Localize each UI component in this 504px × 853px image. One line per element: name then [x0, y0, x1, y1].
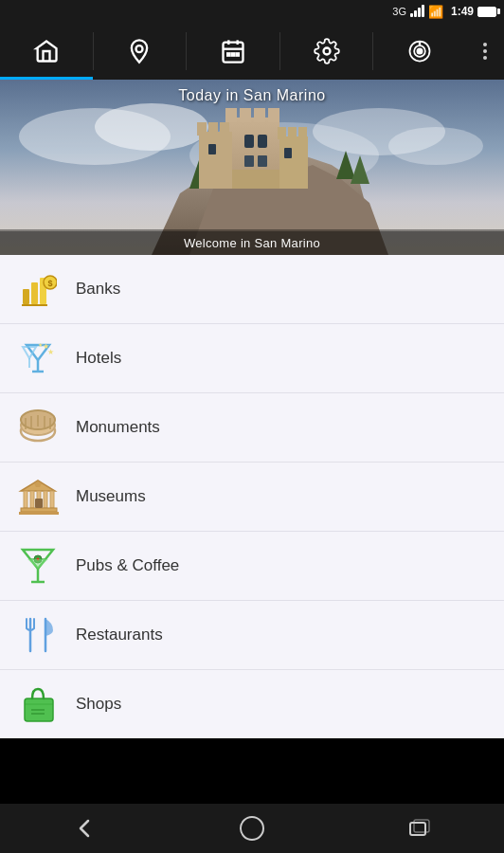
nav-calendar[interactable] — [187, 23, 279, 80]
nav-home[interactable] — [0, 23, 93, 80]
menu-item-museums[interactable]: Museums — [0, 463, 504, 532]
svg-rect-49 — [22, 304, 47, 306]
calendar-icon — [220, 38, 246, 64]
museums-label: Museums — [76, 487, 146, 506]
monuments-icon — [15, 405, 61, 450]
hero-subtitle: Welcome in San Marino — [0, 231, 504, 255]
hotels-icon: ★ ★ ★ — [15, 336, 61, 381]
restaurants-icon — [15, 612, 61, 658]
signal-bars-icon — [410, 6, 424, 17]
recent-apps-icon — [406, 815, 433, 842]
location-pin-icon — [126, 38, 153, 64]
overflow-dot — [483, 49, 487, 53]
svg-rect-44 — [232, 170, 279, 189]
menu-item-restaurants[interactable]: Restaurants — [0, 601, 504, 670]
back-button[interactable] — [56, 809, 113, 847]
restaurants-label: Restaurants — [76, 626, 163, 644]
castle-illustration — [0, 80, 504, 255]
recent-apps-button[interactable] — [391, 809, 448, 847]
svg-rect-27 — [240, 108, 251, 122]
svg-point-17 — [388, 127, 483, 165]
signal-text: 3G — [392, 6, 406, 17]
shops-label: Shops — [76, 695, 121, 714]
home-icon — [33, 38, 60, 64]
svg-rect-38 — [244, 135, 254, 148]
svg-rect-73 — [44, 491, 47, 508]
svg-rect-32 — [208, 122, 218, 136]
svg-rect-35 — [278, 127, 286, 139]
svg-rect-42 — [208, 144, 216, 154]
svg-marker-85 — [27, 559, 48, 569]
svg-rect-40 — [244, 155, 254, 167]
category-menu-list: $ Banks ★ ★ ★ Hotels — [0, 255, 504, 738]
museums-icon — [15, 474, 61, 519]
nav-signal[interactable] — [373, 23, 466, 80]
pubs-icon — [15, 543, 61, 589]
svg-rect-28 — [254, 108, 265, 122]
pubs-label: Pubs & Coffee — [76, 556, 179, 575]
svg-rect-29 — [268, 108, 279, 122]
svg-rect-6 — [232, 53, 234, 55]
svg-rect-46 — [23, 289, 29, 304]
banks-label: Banks — [76, 280, 120, 299]
svg-rect-37 — [298, 127, 307, 139]
svg-rect-43 — [284, 148, 292, 158]
signal-ring-icon — [406, 38, 433, 64]
svg-text:★: ★ — [47, 348, 54, 356]
svg-rect-97 — [414, 820, 429, 832]
svg-point-0 — [136, 45, 143, 52]
menu-item-shops[interactable]: Shops — [0, 670, 504, 738]
svg-rect-70 — [24, 491, 27, 508]
svg-point-8 — [323, 48, 330, 55]
time-display: 1:49 — [451, 5, 474, 18]
home-circle-icon — [239, 815, 265, 842]
svg-rect-31 — [197, 122, 207, 136]
status-bar: 3G 📶 1:49 — [0, 0, 504, 23]
monuments-label: Monuments — [76, 418, 160, 437]
svg-point-15 — [95, 103, 208, 151]
svg-text:$: $ — [47, 279, 52, 288]
banks-icon: $ — [15, 266, 61, 312]
svg-rect-36 — [288, 127, 297, 139]
svg-point-11 — [418, 49, 423, 54]
svg-rect-1 — [223, 43, 243, 63]
nav-location[interactable] — [94, 23, 187, 80]
svg-rect-30 — [199, 132, 232, 189]
svg-rect-7 — [236, 53, 238, 55]
svg-rect-71 — [30, 491, 34, 508]
svg-point-95 — [241, 817, 263, 840]
hotels-label: Hotels — [76, 349, 121, 368]
gear-icon — [314, 38, 340, 64]
menu-item-hotels[interactable]: ★ ★ ★ Hotels — [0, 324, 504, 393]
svg-rect-47 — [31, 282, 38, 304]
svg-rect-74 — [50, 491, 54, 508]
battery-icon — [477, 7, 496, 17]
svg-rect-39 — [258, 135, 267, 148]
svg-rect-77 — [35, 499, 43, 508]
svg-rect-33 — [220, 122, 229, 136]
back-arrow-icon — [71, 815, 98, 842]
menu-item-pubs[interactable]: Pubs & Coffee — [0, 532, 504, 601]
hero-background — [0, 80, 504, 255]
svg-text:★: ★ — [38, 342, 43, 348]
menu-item-banks[interactable]: $ Banks — [0, 255, 504, 324]
wifi-icon: 📶 — [428, 5, 443, 19]
hero-title: Today in San Marino — [0, 87, 504, 104]
bottom-nav — [0, 804, 504, 853]
svg-rect-5 — [227, 53, 229, 55]
overflow-dot — [483, 43, 487, 46]
svg-rect-41 — [258, 155, 267, 167]
svg-rect-96 — [410, 823, 425, 835]
svg-rect-76 — [19, 512, 59, 515]
hero-banner: Today in San Marino Welcome in San Marin… — [0, 80, 504, 255]
overflow-dot — [483, 56, 487, 60]
overflow-menu[interactable] — [466, 23, 504, 80]
shops-icon — [15, 681, 61, 727]
svg-rect-26 — [225, 108, 237, 122]
top-nav — [0, 23, 504, 80]
svg-rect-34 — [279, 136, 308, 189]
svg-rect-75 — [21, 508, 57, 512]
menu-item-monuments[interactable]: Monuments — [0, 393, 504, 463]
home-button[interactable] — [224, 809, 280, 847]
nav-settings[interactable] — [280, 23, 373, 80]
